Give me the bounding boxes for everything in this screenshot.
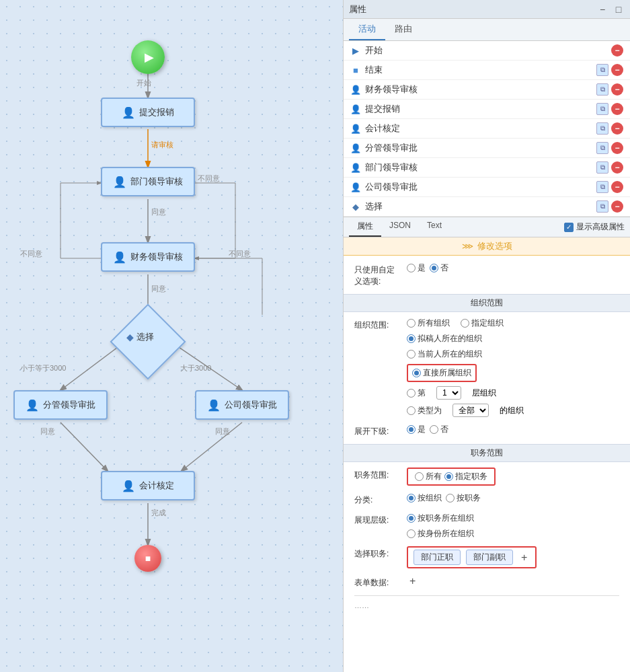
job-tag-dept-deputy[interactable]: 部门副职 [466, 550, 513, 565]
delete-end-button[interactable]: − [611, 64, 623, 76]
activity-item-select[interactable]: ◆ 选择 ⧉ − [344, 197, 630, 217]
delete-submit-button[interactable]: − [611, 103, 623, 115]
delete-company-approve-button[interactable]: − [611, 181, 623, 193]
activity-item-dept-approve[interactable]: 👤 分管领导审批 ⧉ − [344, 139, 630, 158]
specified-org-radio[interactable] [461, 319, 469, 328]
finance-review-node[interactable]: 👤 财务领导审核 [101, 242, 195, 272]
start-node[interactable] [131, 40, 165, 74]
activity-select-actions: ⧉ − [596, 200, 623, 213]
show-advanced-checkbox[interactable]: ✓ [564, 223, 574, 232]
custom-no-option[interactable]: 否 [430, 262, 448, 274]
display-by-identity-org-option[interactable]: 按身份所在组织 [407, 528, 474, 539]
delete-finance-review-button[interactable]: − [611, 83, 623, 96]
all-org-radio[interactable] [407, 319, 416, 328]
agree-label-3: 同意 [40, 426, 55, 437]
tab-text[interactable]: Text [419, 217, 450, 237]
job-all-radio[interactable] [415, 472, 424, 481]
org-options: 所有组织 指定组织 拟稿人所在的组织 [407, 318, 524, 417]
add-job-button[interactable]: + [518, 552, 530, 564]
expand-yes-option[interactable]: 是 [407, 424, 426, 435]
expand-no-radio[interactable] [430, 425, 438, 434]
level-org-radio[interactable] [407, 389, 416, 398]
custom-options-label: 只使用自定 义选项: [354, 262, 401, 287]
custom-yes-option[interactable]: 是 [407, 262, 426, 274]
activity-item-dept-review[interactable]: 👤 部门领导审核 ⧉ − [344, 158, 630, 178]
draft-org-option[interactable]: 拟稿人所在的组织 [407, 333, 482, 344]
restore-button[interactable]: □ [613, 3, 625, 15]
submit-node[interactable]: 👤 提交报销 [101, 98, 195, 127]
category-by-org-radio[interactable] [407, 494, 416, 502]
type-org-radio[interactable] [407, 406, 416, 415]
job-specified-option[interactable]: 指定职务 [444, 471, 487, 482]
activity-item-finance-review[interactable]: 👤 财务领导审核 ⧉ − [344, 80, 630, 100]
end-node[interactable] [134, 545, 161, 572]
activity-item-submit[interactable]: 👤 提交报销 ⧉ − [344, 100, 630, 119]
activity-item-start[interactable]: ▶ 开始 − [344, 41, 630, 61]
job-specified-radio[interactable] [444, 472, 453, 481]
job-all-option[interactable]: 所有 [415, 471, 442, 482]
org-range-section-header: 组织范围 [344, 294, 630, 312]
job-tag-dept-lead[interactable]: 部门正职 [414, 550, 461, 565]
current-org-radio[interactable] [407, 350, 416, 359]
activity-item-company-approve[interactable]: 👤 公司领导审批 ⧉ − [344, 178, 630, 197]
activity-dept-review-left: 👤 部门领导审核 [350, 161, 418, 174]
specified-org-option[interactable]: 指定组织 [461, 318, 504, 329]
tab-json[interactable]: JSON [381, 217, 419, 237]
type-org-option[interactable]: 类型为 [407, 405, 442, 416]
activity-finance-review-actions: ⧉ − [596, 83, 623, 96]
level-org-option[interactable]: 第 [407, 387, 426, 399]
accounting-node[interactable]: 👤 会计核定 [101, 471, 195, 500]
add-form-data-button[interactable]: + [407, 575, 418, 587]
dept-approve-node[interactable]: 👤 分管领导审批 [13, 390, 108, 420]
display-by-identity-org-radio[interactable] [407, 529, 416, 538]
level-suffix: 层组织 [472, 387, 496, 399]
direct-subordinate-option[interactable]: 直接所属组织 [412, 367, 471, 379]
custom-no-radio[interactable] [430, 264, 438, 272]
delete-dept-review-button[interactable]: − [611, 161, 623, 174]
activity-item-end[interactable]: ■ 结束 ⧉ − [344, 61, 630, 80]
expand-yes-radio[interactable] [407, 425, 416, 434]
custom-yes-radio[interactable] [407, 264, 416, 272]
show-advanced-toggle[interactable]: ✓ 显示高级属性 [564, 221, 625, 233]
copy-company-approve-button[interactable]: ⧉ [596, 181, 608, 193]
category-by-org-option[interactable]: 按组织 [407, 492, 442, 504]
copy-end-button[interactable]: ⧉ [596, 64, 608, 76]
type-select[interactable]: 全部 [452, 404, 489, 417]
category-by-job-radio[interactable] [446, 494, 455, 502]
draft-org-radio[interactable] [407, 334, 416, 343]
category-by-job-option[interactable]: 按职务 [446, 492, 481, 504]
tab-activity[interactable]: 活动 [349, 19, 385, 40]
activity-finance-review-label: 财务领导审核 [365, 83, 418, 96]
category-row: 分类: 按组织 按职务 [354, 492, 619, 506]
copy-dept-review-button[interactable]: ⧉ [596, 161, 608, 174]
delete-dept-approve-button[interactable]: − [611, 142, 623, 154]
delete-select-button[interactable]: − [611, 200, 623, 213]
delete-start-button[interactable]: − [611, 44, 623, 57]
copy-finance-review-button[interactable]: ⧉ [596, 83, 608, 96]
direct-subordinate-radio[interactable] [412, 369, 421, 377]
current-org-option[interactable]: 当前人所在的组织 [407, 348, 482, 360]
copy-submit-button[interactable]: ⧉ [596, 103, 608, 115]
all-org-option[interactable]: 所有组织 [407, 318, 450, 329]
activity-list: ▶ 开始 − ■ 结束 ⧉ − 👤 财务领导审核 ⧉ [344, 41, 630, 217]
select-diamond-container[interactable]: ◆ 选择 [121, 315, 175, 369]
activity-submit-left: 👤 提交报销 [350, 103, 400, 115]
org-row-4: 直接所属组织 [407, 364, 524, 382]
delete-accounting-button[interactable]: − [611, 122, 623, 135]
dept-review-node[interactable]: 👤 部门领导审核 [101, 167, 195, 196]
copy-select-button[interactable]: ⧉ [596, 200, 608, 213]
copy-accounting-button[interactable]: ⧉ [596, 122, 608, 135]
edit-options-label[interactable]: 修改选项 [477, 240, 512, 252]
activity-item-accounting[interactable]: 👤 会计核定 ⧉ − [344, 119, 630, 139]
tab-route[interactable]: 路由 [385, 19, 422, 40]
company-approve-node[interactable]: 👤 公司领导审批 [195, 390, 289, 420]
display-by-job-org-option[interactable]: 按职务所在组织 [407, 513, 474, 524]
minimize-button[interactable]: − [596, 3, 608, 15]
properties-header: 属性 − □ [344, 0, 630, 19]
level-select[interactable]: 1 [436, 386, 461, 400]
display-by-job-org-radio[interactable] [407, 514, 416, 523]
tab-properties[interactable]: 属性 [349, 217, 381, 237]
activity-finance-review-left: 👤 财务领导审核 [350, 83, 418, 96]
expand-no-option[interactable]: 否 [430, 424, 448, 435]
copy-dept-approve-button[interactable]: ⧉ [596, 142, 608, 154]
